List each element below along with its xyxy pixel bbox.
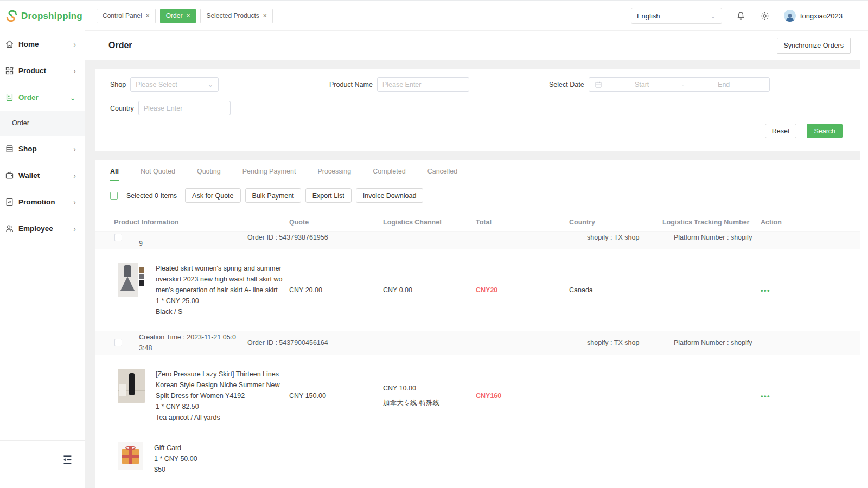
product-image-gift-card[interactable] bbox=[118, 442, 143, 470]
action-dots[interactable]: ••• bbox=[761, 286, 770, 294]
content-area: Shop Please Select ⌄ Product Name Select… bbox=[85, 60, 868, 488]
product-text: Pleated skirt women's spring and summer … bbox=[156, 263, 284, 317]
select-all-checkbox[interactable] bbox=[110, 192, 118, 200]
sidebar-item-promotion[interactable]: Promotion › bbox=[0, 189, 85, 215]
chevron-right-icon: › bbox=[73, 198, 76, 206]
app-root: Dropshipping Home › Product › bbox=[0, 0, 868, 488]
close-icon[interactable]: × bbox=[186, 12, 190, 19]
status-tabs: All Not Quoted Quoting Pending Payment P… bbox=[110, 168, 860, 181]
logo[interactable]: Dropshipping bbox=[0, 1, 85, 31]
sidebar-item-wallet[interactable]: Wallet › bbox=[0, 162, 85, 189]
order-shop: shopify : TX shop bbox=[587, 234, 639, 241]
sidebar-item-label: Employee bbox=[18, 224, 53, 233]
sidebar-item-product[interactable]: Product › bbox=[0, 57, 85, 84]
product-grid-icon bbox=[5, 66, 14, 75]
date-start-placeholder[interactable]: Start bbox=[602, 81, 682, 88]
product-row: Gift Card 1 * CNY 50.00 $50 bbox=[95, 437, 860, 488]
bell-icon[interactable] bbox=[736, 11, 746, 21]
tab-cancelled[interactable]: Cancelled bbox=[427, 168, 458, 181]
chevron-right-icon: › bbox=[73, 145, 76, 153]
product-title[interactable]: Pleated skirt women's spring and summer … bbox=[156, 263, 284, 296]
date-range-picker[interactable]: Start - End bbox=[589, 77, 770, 92]
shop-label: Shop bbox=[110, 81, 126, 88]
quote-cell: CNY 150.00 bbox=[289, 392, 383, 400]
col-quote: Quote bbox=[289, 219, 383, 226]
invoice-download-button[interactable]: Invoice Download bbox=[356, 188, 424, 203]
creation-time: 9 bbox=[139, 238, 238, 249]
logistics-fee: CNY 10.00 bbox=[383, 384, 476, 392]
tab-pending-payment[interactable]: Pending Payment bbox=[242, 168, 296, 181]
action-cell: ••• bbox=[755, 392, 860, 400]
product-variant: Tea apricot / All yards bbox=[156, 412, 284, 423]
col-logistics-tracking-number: Logistics Tracking Number bbox=[662, 219, 755, 226]
sidebar-item-label: Promotion bbox=[18, 198, 55, 206]
sidebar-item-order[interactable]: Order ⌄ bbox=[0, 84, 85, 111]
filter-product-name: Product Name bbox=[329, 77, 469, 92]
home-icon bbox=[5, 40, 14, 49]
close-icon[interactable]: × bbox=[146, 12, 150, 19]
order-platform: Platform Number : shopify bbox=[674, 339, 752, 346]
gear-icon[interactable] bbox=[760, 11, 770, 21]
language-select[interactable]: English ⌄ bbox=[631, 8, 722, 24]
workspace-tab-control-panel[interactable]: Control Panel × bbox=[97, 9, 156, 23]
topbar: Control Panel × Order × Selected Product… bbox=[85, 1, 868, 31]
product-row: [Zero Pressure Lazy Skirt] Thirteen Line… bbox=[95, 355, 860, 437]
col-total: Total bbox=[476, 219, 569, 226]
product-name-label: Product Name bbox=[329, 81, 373, 88]
action-dots[interactable]: ••• bbox=[761, 392, 770, 400]
quote-cell: CNY 20.00 bbox=[289, 286, 383, 294]
product-row: Pleated skirt women's spring and summer … bbox=[95, 249, 860, 331]
product-text: Gift Card 1 * CNY 50.00 $50 bbox=[154, 442, 283, 475]
product-image-pleated-skirt[interactable] bbox=[118, 263, 145, 297]
product-image-dress[interactable] bbox=[118, 369, 145, 403]
scrollbar-gutter bbox=[860, 31, 868, 488]
synchronize-orders-button[interactable]: Synchronize Orders bbox=[777, 38, 851, 54]
close-icon[interactable]: × bbox=[263, 12, 267, 19]
tab-quoting[interactable]: Quoting bbox=[197, 168, 221, 181]
tab-processing[interactable]: Processing bbox=[317, 168, 351, 181]
product-title[interactable]: Gift Card bbox=[154, 442, 283, 453]
order-id: Order ID : 5437938761956 bbox=[247, 234, 328, 241]
sidebar-nav: Home › Product › Order ⌄ Order bbox=[0, 31, 85, 242]
product-variant: $50 bbox=[154, 464, 283, 475]
sidebar-item-employee[interactable]: Employee › bbox=[0, 215, 85, 242]
product-title[interactable]: [Zero Pressure Lazy Skirt] Thirteen Line… bbox=[156, 369, 284, 401]
tab-completed[interactable]: Completed bbox=[373, 168, 405, 181]
country-cell: Canada bbox=[569, 286, 662, 294]
product-qty-price: 1 * CNY 50.00 bbox=[154, 453, 283, 464]
menu-fold-icon[interactable] bbox=[62, 455, 73, 465]
product-info-cell: Gift Card 1 * CNY 50.00 $50 bbox=[95, 442, 289, 475]
filter-shop: Shop Please Select ⌄ bbox=[110, 77, 219, 92]
shop-select[interactable]: Please Select ⌄ bbox=[130, 77, 219, 92]
product-qty-price: 1 * CNY 25.00 bbox=[156, 296, 284, 306]
workspace-tab-label: Selected Products bbox=[206, 12, 259, 20]
sidebar-subitem-order[interactable]: Order bbox=[0, 111, 85, 136]
avatar[interactable] bbox=[784, 10, 796, 22]
ask-for-quote-button[interactable]: Ask for Quote bbox=[185, 188, 240, 203]
username[interactable]: tongxiao2023 bbox=[800, 12, 843, 20]
search-button[interactable]: Search bbox=[807, 124, 843, 138]
sidebar-item-shop[interactable]: Shop › bbox=[0, 136, 85, 162]
workspace-tab-selected-products[interactable]: Selected Products × bbox=[200, 9, 272, 23]
workspace-tab-order[interactable]: Order × bbox=[160, 9, 196, 23]
sidebar-item-home[interactable]: Home › bbox=[0, 31, 85, 57]
export-list-button[interactable]: Export List bbox=[305, 188, 352, 203]
total-cell: CNY160 bbox=[476, 392, 569, 400]
reset-button[interactable]: Reset bbox=[765, 124, 797, 138]
product-info-cell: [Zero Pressure Lazy Skirt] Thirteen Line… bbox=[95, 369, 289, 423]
country-input[interactable] bbox=[138, 101, 231, 115]
date-end-placeholder[interactable]: End bbox=[684, 81, 764, 88]
order-checkbox[interactable] bbox=[114, 339, 122, 346]
product-name-input[interactable] bbox=[377, 77, 469, 92]
country-label: Country bbox=[110, 105, 134, 112]
bulk-payment-button[interactable]: Bulk Payment bbox=[245, 188, 301, 203]
tab-all[interactable]: All bbox=[110, 168, 119, 181]
page-header: Order Synchronize Orders bbox=[85, 31, 868, 60]
calendar-icon bbox=[595, 81, 602, 88]
product-text: [Zero Pressure Lazy Skirt] Thirteen Line… bbox=[156, 369, 284, 423]
promotion-icon bbox=[5, 197, 14, 207]
shop-icon bbox=[5, 144, 14, 153]
tab-not-quoted[interactable]: Not Quoted bbox=[141, 168, 175, 181]
sidebar-item-label: Shop bbox=[18, 145, 37, 153]
order-checkbox[interactable] bbox=[114, 234, 122, 241]
